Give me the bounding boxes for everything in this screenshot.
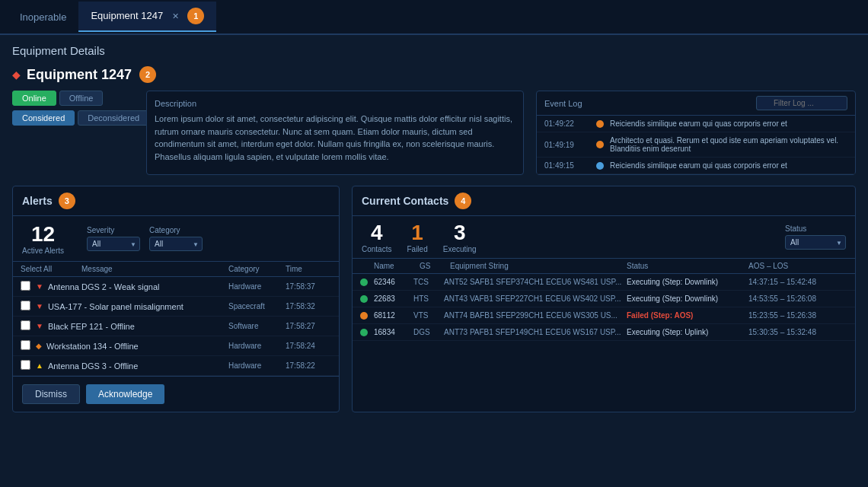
alert-checkbox[interactable] [21,340,36,352]
event-row: 01:49:15 Reiciendis similique earum qui … [537,158,855,174]
severity-select[interactable]: AllHighMediumLow [87,237,140,251]
alert-message: Workstation 134 - Offline [46,342,228,351]
page-section-title: Equipment Details [12,44,856,57]
alert-checkbox[interactable] [21,320,36,332]
alert-row: ◆ Workstation 134 - Offline Hardware 17:… [13,336,339,356]
active-alerts-number: 12 [22,222,64,247]
alert-message: Antenna DGS 3 - Offline [48,361,228,371]
contacts-header: Current Contacts 4 [353,186,855,216]
alerts-panel: Alerts 3 12 Active Alerts Severity AllHi… [12,186,340,412]
contact-row: 16834 DGS ANT73 PAFB1 SFEP149CH1 ECEU6 W… [353,324,855,341]
failed-label: Failed [407,245,427,253]
alert-rows: ▼ Antenna DGS 2 - Weak signal Hardware 1… [13,277,339,376]
executing-stat: 3 Executing [443,221,477,253]
alert-time: 17:58:27 [286,322,331,330]
alert-severity-icon: ▲ [36,361,43,370]
category-label: Category [149,226,203,234]
contact-row: 68112 VTS ANT74 BAFB1 SFEP299CH1 ECEU6 W… [353,307,855,324]
tab-bar: Inoperable Equipment 1247 ✕ 1 [0,0,868,35]
failed-number: 1 [407,221,427,245]
filter-log-input[interactable] [756,96,847,110]
col-status-header: Status [627,262,748,270]
bottom-section: Alerts 3 12 Active Alerts Severity AllHi… [12,186,856,412]
executing-number: 3 [443,221,477,245]
acknowledge-button[interactable]: Acknowledge [86,384,164,404]
severity-label: Severity [87,226,140,234]
contact-status: Executing (Step: Uplink) [627,328,748,336]
category-select[interactable]: AllHardwareSoftwareSpacecraft [149,237,203,251]
alerts-title: Alerts [22,195,53,207]
alert-actions: Dismiss Acknowledge [13,376,339,412]
col-name-header: Name [374,262,420,270]
description-block: Description Lorem ipsum dolor sit amet, … [146,91,524,175]
event-row: 01:49:19 Architecto et quasi. Rerum et q… [537,132,855,158]
event-time: 01:49:22 [544,119,590,128]
event-text: Architecto et quasi. Rerum et quod iste … [610,136,847,153]
alert-severity-icon: ▼ [36,302,43,310]
online-button[interactable]: Online [12,91,56,106]
category-filter: Category AllHardwareSoftwareSpacecraft ▼ [149,226,203,251]
contact-gs: VTS [413,311,444,320]
col-category-header: Category [228,265,286,273]
event-log-panel: Event Log 🔍 01:49:22 Reiciendis similiqu… [536,91,856,175]
alert-time: 17:58:24 [286,342,331,350]
tab-close-icon[interactable]: ✕ [172,11,179,21]
contact-rows: 62346 TCS ANT52 SAFB1 SFEP374CH1 ECEU6 W… [353,274,855,341]
deconsidered-button[interactable]: Deconsidered [78,110,149,126]
alert-row: ▼ Black FEP 121 - Offline Software 17:58… [13,317,339,336]
filter-wrapper: 🔍 [756,96,847,110]
alert-table-header: Select All Message Category Time [13,262,339,277]
select-all-label: Select All [21,265,81,273]
alert-severity-icon: ▼ [36,322,43,330]
alerts-stats: 12 Active Alerts Severity AllHighMediumL… [13,216,339,262]
contact-status: Failed (Step: AOS) [627,311,748,320]
tab-badge: 1 [187,8,204,24]
tab-equipment[interactable]: Equipment 1247 ✕ 1 [78,2,216,32]
col-gs-header: GS [420,262,450,270]
contact-aos-los: 14:53:55 – 15:26:08 [748,294,847,303]
event-log-rows: 01:49:22 Reiciendis similique earum qui … [537,116,855,174]
main-content: Equipment Details ◆ Equipment 1247 2 Onl… [0,35,868,487]
considered-button[interactable]: Considered [12,110,75,126]
contact-status-dot [360,312,368,320]
alert-severity-icon: ▼ [36,282,43,291]
online-offline-toggle: Online Offline [12,91,134,106]
executing-label: Executing [443,245,477,253]
contacts-label: Contacts [362,245,391,253]
alerts-header: Alerts 3 [13,186,339,216]
dismiss-button[interactable]: Dismiss [22,384,80,404]
alert-time: 17:58:37 [286,282,331,291]
contact-aos-los: 15:30:35 – 15:32:48 [748,328,847,336]
event-dot-icon [596,141,604,148]
col-time-header: Time [286,265,331,273]
contact-name: 62346 [374,278,413,286]
equipment-badge: 2 [139,66,156,83]
alert-severity-icon: ◆ [36,342,42,350]
contact-status-dot [360,279,368,286]
contact-status: Executing (Step: Downlink) [627,278,748,286]
offline-button[interactable]: Offline [59,91,104,106]
event-text: Reiciendis similique earum qui quas corp… [610,161,847,170]
severity-select-wrapper: AllHighMediumLow ▼ [87,237,140,251]
tab-inoperable-label: Inoperable [20,11,66,23]
tab-inoperable[interactable]: Inoperable [8,5,78,29]
contact-row: 22683 HTS ANT43 VAFB1 SFEP227CH1 ECEU6 W… [353,291,855,307]
alert-checkbox[interactable] [21,301,36,312]
event-text: Reiciendis similique earum qui quas corp… [610,119,847,128]
alert-message: Black FEP 121 - Offline [48,322,228,331]
contact-equipment: ANT52 SAFB1 SFEP374CH1 ECEU6 WS481 USP..… [444,278,627,286]
contact-equipment: ANT74 BAFB1 SFEP299CH1 ECEU6 WS305 US... [444,311,627,320]
alert-time: 17:58:22 [286,361,331,370]
alert-category: Hardware [228,342,286,350]
event-row: 01:49:22 Reiciendis similique earum qui … [537,116,855,132]
eq-diamond-icon: ◆ [12,68,21,81]
alert-checkbox[interactable] [21,281,36,292]
contact-row: 62346 TCS ANT52 SAFB1 SFEP374CH1 ECEU6 W… [353,274,855,291]
alert-time: 17:58:32 [286,302,331,310]
status-select[interactable]: All [785,235,846,250]
alert-checkbox[interactable] [21,360,36,371]
description-text: Lorem ipsum dolor sit amet, consectetur … [155,113,515,163]
status-filter: Status All ▼ [785,224,846,250]
contacts-panel: Current Contacts 4 4 Contacts 1 Failed 3… [352,186,856,412]
contact-table-header: Name GS Equipment String Status AOS – LO… [353,259,855,274]
